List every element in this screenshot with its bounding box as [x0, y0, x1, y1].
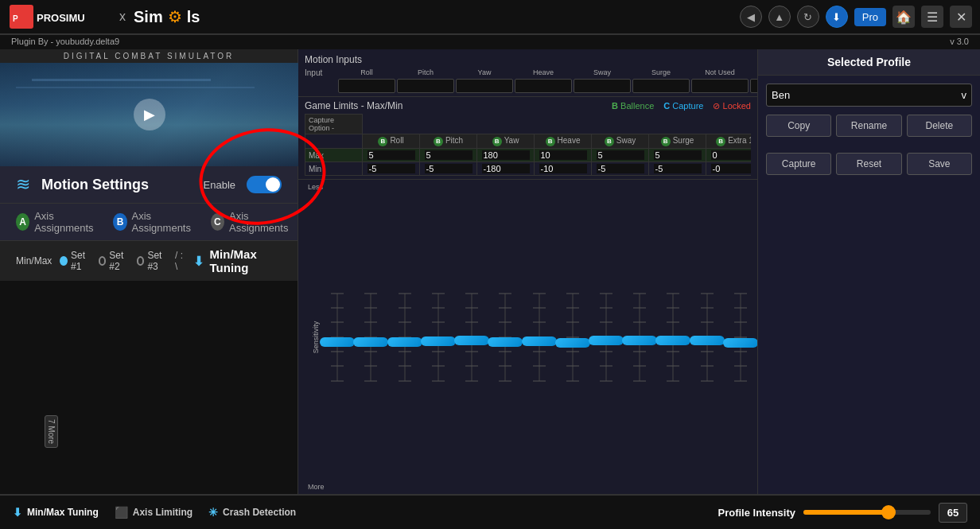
save-button[interactable]: Save — [907, 153, 972, 175]
axis-limiting-tab[interactable]: ⬛ Axis Limiting — [115, 506, 208, 519]
sensitivity-thumb[interactable] — [690, 336, 725, 345]
min-value-cell[interactable] — [706, 162, 752, 176]
sensitivity-thumb[interactable] — [555, 338, 590, 348]
max-value-cell[interactable] — [649, 149, 706, 162]
axis-tab-3-icon: C — [211, 213, 224, 231]
max-value-cell[interactable] — [420, 149, 477, 162]
max-value-cell[interactable] — [592, 149, 649, 162]
x-separator: x — [119, 10, 126, 24]
axis-tab-1-label: Axis Assignments — [34, 210, 97, 234]
profile-title: Selected Profile — [758, 49, 980, 76]
min-value-cell[interactable] — [477, 162, 535, 176]
play-button[interactable]: ▶ — [134, 99, 165, 130]
axis-tab-1[interactable]: A Axis Assignments — [16, 210, 97, 234]
crash-detection-tab[interactable]: ✳ Crash Detection — [208, 506, 312, 519]
balance-badge: B Ballence — [612, 101, 654, 111]
motion-col-header: Not Used — [691, 68, 749, 77]
limits-col-header: BExtra 1 — [706, 134, 752, 149]
sensitivity-thumb[interactable] — [723, 338, 757, 348]
dcs-label: DIGITAL COMBAT SIMULATOR — [0, 49, 298, 63]
max-value-cell[interactable] — [363, 149, 420, 162]
slider-col — [623, 294, 656, 381]
minmax-header: Min/Max Set #1 Set #2 Set #3 / : \ — [0, 241, 298, 281]
sensitivity-thumb[interactable] — [353, 337, 388, 347]
min-value-cell[interactable] — [592, 162, 649, 176]
subtitle-bar: Plugin By - youbuddy.delta9 v 3.0 — [0, 35, 980, 49]
rename-button[interactable]: Rename — [836, 115, 901, 137]
motion-input-field[interactable] — [750, 79, 757, 93]
nav-left-icon[interactable]: ◀ — [740, 6, 762, 28]
nav-refresh-icon[interactable]: ↻ — [797, 6, 819, 28]
crash-icon: ✳ — [208, 506, 218, 519]
motion-input-field[interactable] — [338, 79, 395, 93]
sensitivity-thumb[interactable] — [387, 337, 422, 347]
motion-input-field[interactable] — [632, 79, 690, 93]
slider-col — [422, 294, 455, 381]
menu-button[interactable]: ☰ — [921, 6, 943, 28]
delete-button[interactable]: Delete — [907, 115, 972, 137]
pro-button[interactable]: Pro — [854, 8, 886, 26]
axis-tabs: A Axis Assignments B Axis Assignments C … — [0, 204, 298, 241]
sensitivity-thumb[interactable] — [488, 337, 523, 347]
set1-label: Set #1 — [71, 250, 91, 272]
limits-col-header: BPitch — [420, 134, 477, 149]
sensitivity-thumb[interactable] — [320, 337, 355, 347]
copy-button[interactable]: Copy — [766, 115, 831, 137]
axis-tab-2-label: Axis Assignments — [132, 210, 195, 234]
motion-input-field[interactable] — [691, 79, 749, 93]
max-value-cell[interactable] — [706, 149, 752, 162]
profile-intensity-label: Profile Intensity — [718, 507, 795, 519]
capture-badge: C Capture — [663, 101, 703, 111]
max-value-cell[interactable] — [535, 149, 592, 162]
max-value-cell[interactable] — [477, 149, 535, 162]
motion-cols: RollPitchYawHeaveSwaySurgeNot UsedNot Us… — [338, 68, 751, 77]
motion-inputs-title: Motion Inputs — [305, 54, 751, 65]
minmax-tuning-tab[interactable]: ⬇ Min/Max Tuning — [13, 506, 115, 519]
intensity-thumb — [881, 505, 896, 519]
motion-input-field[interactable] — [456, 79, 513, 93]
nav-download-icon[interactable]: ⬇ — [826, 6, 848, 28]
motion-input-field[interactable] — [574, 79, 631, 93]
sensitivity-thumb[interactable] — [655, 336, 690, 345]
home-button[interactable]: 🏠 — [892, 6, 915, 28]
seven-more-badge[interactable]: 7 More — [45, 415, 58, 448]
minmax-title: ⬇ Min/Max Tuning — [193, 247, 282, 274]
toggle-knob — [266, 177, 280, 192]
capture-button[interactable]: Capture — [766, 153, 831, 175]
dcs-image: ▶ — [0, 63, 298, 166]
sensitivity-thumb[interactable] — [589, 336, 624, 345]
profile-select[interactable]: Ben v — [766, 84, 972, 107]
min-value-cell[interactable] — [535, 162, 592, 176]
main-content: DIGITAL COMBAT SIMULATOR ▶ ≋ Motion Sett… — [0, 49, 980, 494]
min-value-cell[interactable] — [420, 162, 477, 176]
limit-badges: B Ballence C Capture ⊘ Locked — [612, 101, 751, 111]
set1-radio[interactable]: Set #1 — [60, 250, 90, 272]
input-col-label: Input — [305, 68, 336, 77]
reset-button[interactable]: Reset — [836, 153, 901, 175]
profile-dropdown-icon: v — [962, 89, 967, 101]
axis-tab-2[interactable]: B Axis Assignments — [113, 210, 194, 234]
set2-radio[interactable]: Set #2 — [99, 250, 129, 272]
set3-radio[interactable]: Set #3 — [137, 250, 167, 272]
motion-col-header: Not Used — [750, 68, 751, 77]
set3-dot — [137, 256, 145, 266]
intensity-slider[interactable] — [803, 510, 931, 515]
limits-col-header: BSurge — [649, 134, 706, 149]
motion-inputs-section: Motion Inputs Input RollPitchYawHeaveSwa… — [298, 49, 757, 97]
motion-input-field[interactable] — [397, 79, 454, 93]
sensitivity-thumb[interactable] — [454, 336, 489, 345]
version-label: v 3.0 — [950, 37, 969, 46]
nav-up-icon[interactable]: ▲ — [768, 6, 791, 28]
sensitivity-thumb[interactable] — [622, 336, 657, 345]
game-limits-title: Game Limits - Max/Min — [305, 100, 402, 111]
min-value-cell[interactable] — [363, 162, 420, 176]
min-value-cell[interactable] — [649, 162, 706, 176]
close-button[interactable]: ✕ — [950, 6, 972, 28]
axis-tab-3[interactable]: C Axis Assignments — [211, 210, 292, 234]
axis-tab-1-icon: A — [16, 213, 29, 231]
enable-toggle[interactable] — [247, 176, 282, 193]
motion-input-field[interactable] — [515, 79, 572, 93]
sensitivity-thumb[interactable] — [522, 336, 557, 346]
waves-icon: ≋ — [16, 174, 30, 195]
sensitivity-thumb[interactable] — [421, 336, 456, 346]
